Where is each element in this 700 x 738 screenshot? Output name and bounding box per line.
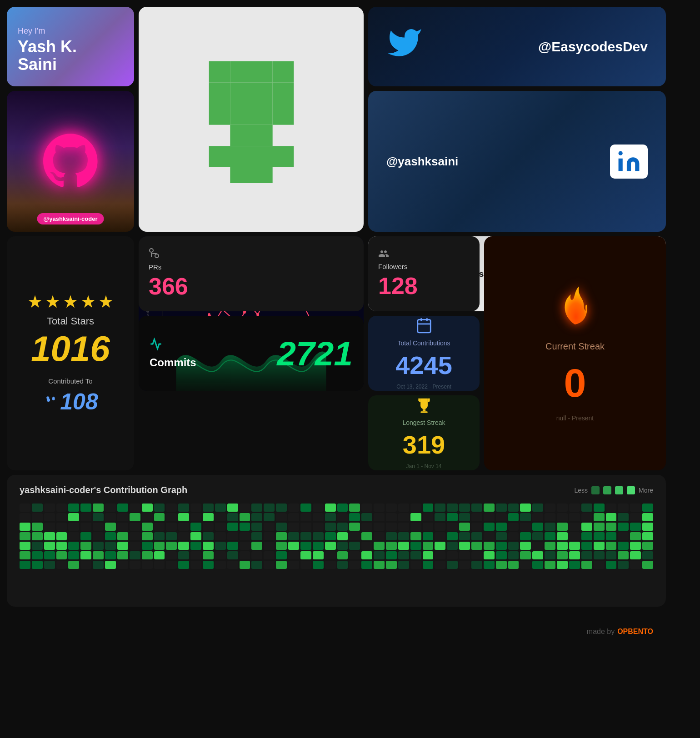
- contrib-cell: [166, 551, 177, 559]
- contrib-cell: [423, 561, 434, 569]
- contrib-cell: [618, 513, 629, 521]
- contrib-cell: [300, 532, 311, 540]
- contrib-cell: [484, 513, 495, 521]
- contrib-cell: [190, 561, 201, 569]
- contrib-cell: [227, 513, 238, 521]
- svg-rect-13: [209, 146, 294, 167]
- contrib-cell: [642, 542, 653, 550]
- contrib-cell: [496, 551, 507, 559]
- contrib-cell: [410, 561, 421, 569]
- contrib-cell: [423, 513, 434, 521]
- svg-rect-2: [251, 61, 273, 82]
- pulse-icon: [150, 338, 196, 354]
- contrib-cell: [398, 523, 409, 531]
- contrib-cell: [56, 532, 67, 540]
- contrib-cell: [80, 532, 91, 540]
- contrib-cell: [32, 532, 43, 540]
- contrib-cell: [447, 542, 458, 550]
- contrib-cell: [349, 561, 360, 569]
- contrib-cell: [154, 532, 165, 540]
- contrib-cell: [20, 513, 30, 521]
- contrib-cell: [80, 551, 91, 559]
- contrib-cell: [374, 513, 385, 521]
- contrib-cell: [178, 551, 189, 559]
- contrib-cell: [508, 542, 519, 550]
- contrib-cell: [215, 542, 226, 550]
- contrib-cell: [545, 523, 555, 531]
- contrib-cell: [68, 542, 79, 550]
- contrib-cell: [398, 513, 409, 521]
- contrib-cell: [68, 561, 79, 569]
- contrib-cell: [581, 542, 592, 550]
- contrib-cell: [300, 523, 311, 531]
- contrib-cell: [520, 523, 531, 531]
- contrib-cell: [288, 523, 299, 531]
- longest-streak-card: Longest Streak 319 Jan 1 - Nov 14: [368, 395, 480, 470]
- contrib-cell: [68, 513, 79, 521]
- followers-value: 128: [378, 272, 470, 299]
- greeting-text: Hey I'm: [18, 26, 123, 36]
- contrib-cell: [581, 523, 592, 531]
- contrib-cell: [300, 561, 311, 569]
- contrib-cell: [471, 513, 482, 521]
- contrib-cell: [325, 513, 336, 521]
- legend-more-label: More: [639, 487, 653, 494]
- contrib-cell: [215, 561, 226, 569]
- contrib-cell: [435, 551, 445, 559]
- contrib-cell: [300, 551, 311, 559]
- contrib-cell: [142, 542, 153, 550]
- contrib-cell: [618, 542, 629, 550]
- contrib-cell: [569, 523, 580, 531]
- contrib-cell: [630, 542, 641, 550]
- contributed-to-row: 108: [43, 389, 98, 415]
- stars-row: ★ ★ ★ ★ ★: [27, 292, 114, 312]
- contrib-cell: [569, 513, 580, 521]
- contrib-cell: [545, 561, 555, 569]
- contrib-cell: [581, 532, 592, 540]
- footer: made by OPBENTO: [7, 611, 666, 652]
- contrib-cell: [606, 504, 617, 512]
- contrib-cell: [398, 532, 409, 540]
- svg-point-15: [619, 151, 623, 155]
- contrib-cell: [520, 504, 531, 512]
- contrib-cell: [545, 542, 555, 550]
- contrib-cell: [459, 504, 470, 512]
- contrib-cell: [532, 561, 543, 569]
- contrib-cell: [288, 532, 299, 540]
- commits-label: Commits: [150, 356, 196, 369]
- contrib-cell: [361, 542, 372, 550]
- contrib-cell: [264, 532, 275, 540]
- contrib-cell: [215, 551, 226, 559]
- contrib-cell: [166, 532, 177, 540]
- calendar-icon: [415, 317, 433, 336]
- svg-rect-85: [420, 411, 428, 413]
- contrib-cell: [496, 523, 507, 531]
- total-contributions-label: Total Contributions: [398, 339, 450, 347]
- contrib-cell: [337, 513, 348, 521]
- contrib-cell: [557, 551, 568, 559]
- github-username-badge: @yashksaini-coder: [37, 213, 104, 224]
- contrib-cell: [154, 561, 165, 569]
- contrib-cell: [594, 542, 605, 550]
- contrib-cell: [606, 513, 617, 521]
- contrib-cell: [44, 504, 55, 512]
- contrib-cell: [154, 542, 165, 550]
- contrib-cell: [80, 513, 91, 521]
- contrib-cell: [459, 513, 470, 521]
- contrib-cell: [410, 532, 421, 540]
- longest-streak-value: 319: [403, 430, 445, 459]
- contrib-cell: [410, 551, 421, 559]
- contrib-cell: [594, 551, 605, 559]
- contrib-cell: [471, 504, 482, 512]
- contrib-cell: [398, 561, 409, 569]
- contrib-cell: [520, 542, 531, 550]
- contrib-cell: [56, 523, 67, 531]
- contrib-cell: [276, 532, 287, 540]
- contrib-cell: [410, 504, 421, 512]
- contrib-cell: [557, 532, 568, 540]
- contrib-cell: [569, 542, 580, 550]
- contrib-cell: [215, 504, 226, 512]
- contrib-cell: [557, 561, 568, 569]
- contrib-cell: [594, 513, 605, 521]
- footer-brand: OPBENTO: [617, 628, 653, 636]
